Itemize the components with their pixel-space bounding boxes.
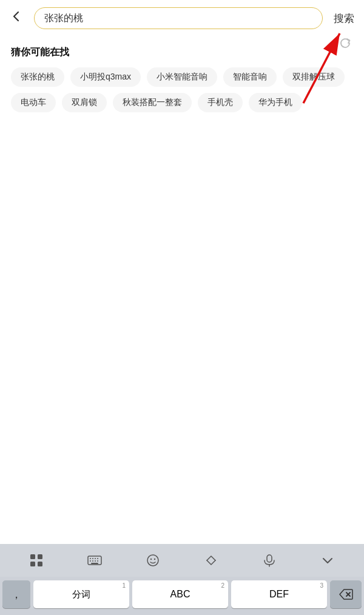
tag-7[interactable]: 秋装搭配一整套: [113, 93, 192, 112]
tag-2[interactable]: 小米智能音响: [147, 67, 217, 87]
search-input-wrapper[interactable]: [34, 7, 323, 29]
keyboard-row-main: ， 1 分词 2 ABC 3 DEF: [2, 580, 362, 608]
key-def[interactable]: 3 DEF: [231, 580, 327, 608]
chevron-down-icon[interactable]: [298, 549, 357, 572]
key-delete[interactable]: [330, 580, 362, 608]
keyboard: ， 1 分词 2 ABC 3 DEF: [0, 544, 364, 615]
tag-9[interactable]: 华为手机: [249, 93, 302, 112]
key-abc[interactable]: 2 ABC: [132, 580, 228, 608]
svg-rect-19: [267, 555, 272, 562]
grid-icon[interactable]: [7, 549, 66, 572]
svg-point-18: [154, 559, 155, 560]
header: 搜索: [0, 0, 364, 36]
mic-icon[interactable]: [240, 549, 298, 572]
back-button[interactable]: [10, 7, 28, 29]
keyboard-rows: ， 1 分词 2 ABC 3 DEF: [0, 577, 364, 615]
svg-point-16: [147, 555, 158, 566]
keyboard-icon[interactable]: [66, 549, 124, 572]
tag-0[interactable]: 张张的桃: [11, 67, 64, 87]
key-comma[interactable]: ，: [2, 580, 30, 608]
svg-rect-3: [38, 554, 42, 559]
tag-1[interactable]: 小明投q3max: [70, 67, 141, 87]
svg-rect-4: [30, 562, 35, 566]
search-button[interactable]: 搜索: [329, 12, 354, 25]
search-input[interactable]: [44, 13, 312, 24]
suggestions-section: 猜你可能在找 张张的桃 小明投q3max 小米智能音响 智能音响 双排解压球 电…: [0, 36, 364, 112]
svg-point-17: [150, 559, 152, 560]
svg-rect-5: [38, 562, 42, 566]
tag-3[interactable]: 智能音响: [223, 67, 277, 87]
tag-5[interactable]: 电动车: [11, 93, 56, 112]
emoji-icon[interactable]: [124, 549, 182, 572]
tag-4[interactable]: 双排解压球: [283, 67, 345, 87]
delete-icon: [339, 588, 353, 600]
keyboard-toolbar: [0, 544, 364, 577]
tags-container: 张张的桃 小明投q3max 小米智能音响 智能音响 双排解压球 电动车 双肩锁 …: [11, 67, 353, 112]
tag-6[interactable]: 双肩锁: [62, 93, 107, 112]
tag-8[interactable]: 手机壳: [198, 93, 243, 112]
key-fenci[interactable]: 1 分词: [33, 580, 129, 608]
svg-rect-2: [30, 554, 35, 559]
cursor-icon[interactable]: [182, 549, 240, 572]
section-title: 猜你可能在找: [11, 46, 353, 59]
